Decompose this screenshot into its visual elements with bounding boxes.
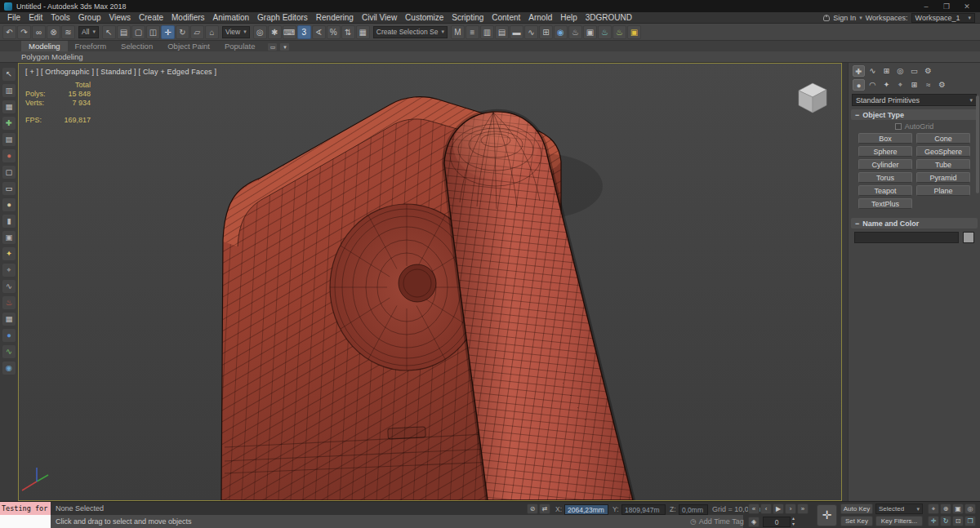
curve-editor-icon[interactable]: ∿ [524,25,538,39]
scene-explorer-icon[interactable]: ◉ [2,362,16,375]
z-coordinate-field[interactable]: 0,0mm [679,504,708,515]
material-editor-icon[interactable]: ◉ [554,25,568,39]
tab-populate[interactable]: Populate [217,41,263,51]
next-frame-icon[interactable]: › [785,504,796,514]
geosphere-primitive-icon[interactable]: ● [2,198,16,211]
ribbon-minimize-icon[interactable]: ▭ [267,42,278,51]
go-to-start-icon[interactable]: « [748,504,760,514]
lights-category-icon[interactable]: ✦ [880,79,893,91]
array-tool-icon[interactable]: ▦ [2,100,16,113]
object-color-swatch[interactable] [963,232,974,243]
selection-filter-dropdown[interactable]: All ▾ [78,26,99,38]
window-crossing-icon[interactable]: ◫ [146,25,160,39]
cylinder-primitive-icon[interactable]: ▮ [2,215,16,228]
use-pivot-point-center-icon[interactable]: ◎ [253,25,267,39]
maxscript-mini-listener[interactable]: Testing for i [0,502,51,528]
key-filters-button[interactable]: Key Filters... [875,516,923,526]
unlink-selection-icon[interactable]: ⊗ [47,25,60,39]
display-tab-icon[interactable]: ▭ [908,65,920,77]
key-mode-toggle-icon[interactable]: ◈ [748,517,760,527]
menu-help[interactable]: Help [556,12,581,23]
spinner-down-icon[interactable]: ▾ [792,521,795,527]
select-and-manipulate-icon[interactable]: ✱ [268,25,282,39]
reference-coordinate-dropdown[interactable]: View ▾ [222,26,250,38]
listener-script-line[interactable] [0,515,51,528]
rendered-frame-window-icon[interactable]: ▣ [583,25,597,39]
plane-button[interactable]: Plane [916,185,970,196]
tab-freeform[interactable]: Freeform [68,41,114,51]
previous-frame-icon[interactable]: ‹ [760,504,772,514]
object-type-rollout-header[interactable]: − Object Type [851,109,978,120]
menu-content[interactable]: Content [488,12,524,23]
tab-object-paint[interactable]: Object Paint [160,41,217,51]
edit-named-selection-sets-icon[interactable]: ▦ [356,25,370,39]
textplus-button[interactable]: TextPlus [858,198,912,209]
spacewarps-category-icon[interactable]: ≈ [922,79,934,91]
add-time-tag[interactable]: ◷ Add Time Tag [690,517,744,526]
render-iterative-icon[interactable]: ♨ [612,25,626,39]
named-selection-set-dropdown[interactable]: Create Selection Se ▾ [373,26,448,38]
viewport[interactable]: [ + ] [ Orthographic ] [ Standard ] [ Cl… [18,63,842,501]
redo-icon[interactable]: ↷ [17,25,31,39]
undo-icon[interactable]: ↶ [2,25,16,39]
bind-to-space-warp-icon[interactable]: ≋ [61,25,75,39]
grid-helper-icon[interactable]: ▦ [2,313,16,326]
geometry-category-icon[interactable]: ● [853,79,865,91]
menu-tools[interactable]: Tools [47,12,74,23]
current-frame-field[interactable]: 0 [763,517,791,527]
name-color-rollout-header[interactable]: − Name and Color [851,218,978,229]
selection-lock-icon[interactable]: ⊘ [527,504,538,514]
orbit-icon[interactable]: ↻ [940,516,951,526]
systems-category-icon[interactable]: ⚙ [936,79,948,91]
align-tool-icon[interactable]: ✚ [2,117,16,130]
helix-tool-icon[interactable]: ∿ [2,345,16,358]
zoom-all-icon[interactable]: ⊕ [940,504,951,514]
render-setup-icon[interactable]: ♨ [568,25,582,39]
helpers-category-icon[interactable]: ⊞ [908,79,920,91]
select-object-icon[interactable]: ↖ [102,25,116,39]
key-selection-dropdown[interactable]: Selected ▾ [875,504,923,514]
isolate-toggle-icon[interactable]: ▣ [627,25,641,39]
tube-button[interactable]: Tube [916,159,970,170]
schematic-view-icon[interactable]: ⊞ [539,25,553,39]
torus-button[interactable]: Torus [858,172,912,183]
cone-button[interactable]: Cone [916,133,970,144]
layer-manager-icon[interactable]: ▤ [2,133,16,146]
sign-in-button[interactable]: Sign In [833,14,856,22]
snaps-toggle-3d-icon[interactable]: 3 [297,25,311,39]
shapes-category-icon[interactable]: ◠ [866,79,879,91]
offset-mode-icon[interactable]: ⇄ [539,504,550,514]
viewport-canvas[interactable] [19,64,841,500]
motion-tab-icon[interactable]: ◎ [894,65,906,77]
ribbon-panel-title[interactable]: Polygon Modeling [0,51,980,63]
cameras-category-icon[interactable]: ⌖ [894,79,906,91]
cylinder-button[interactable]: Cylinder [858,159,912,170]
material-tool-icon[interactable]: ● [2,329,16,342]
sphere-primitive-icon[interactable]: ● [2,149,16,162]
go-to-end-icon[interactable]: » [797,504,808,514]
box-button[interactable]: Box [858,133,912,144]
set-keys-button[interactable]: ✛ [817,504,837,526]
autogrid-checkbox[interactable] [895,123,902,130]
toggle-scene-explorer-icon[interactable]: ▥ [480,25,494,39]
select-cursor-icon[interactable]: ↖ [2,68,16,81]
listener-macro-line[interactable]: Testing for i [0,502,51,515]
pan-icon[interactable]: ✛ [928,516,939,526]
x-coordinate-field[interactable]: 2064,23mm [564,504,608,515]
tab-selection[interactable]: Selection [114,41,160,51]
close-button[interactable]: ✕ [958,2,976,11]
zoom-icon[interactable]: ⌖ [928,504,939,514]
menu-3dground[interactable]: 3DGROUND [581,12,636,23]
minimize-button[interactable]: – [917,2,935,11]
zoom-region-icon[interactable]: ⊡ [952,516,964,526]
select-and-place-icon[interactable]: ⌂ [205,25,219,39]
zoom-extents-icon[interactable]: ▣ [952,504,964,514]
play-icon[interactable]: ▶ [773,504,784,514]
modify-tab-icon[interactable]: ∿ [866,65,879,77]
menu-create[interactable]: Create [135,12,167,23]
menu-scripting[interactable]: Scripting [448,12,488,23]
workspace-dropdown[interactable]: Workspace_1 ▾ [911,13,975,23]
menu-customize[interactable]: Customize [401,12,448,23]
select-and-link-icon[interactable]: ∞ [32,25,46,39]
select-and-rotate-icon[interactable]: ↻ [176,25,189,39]
